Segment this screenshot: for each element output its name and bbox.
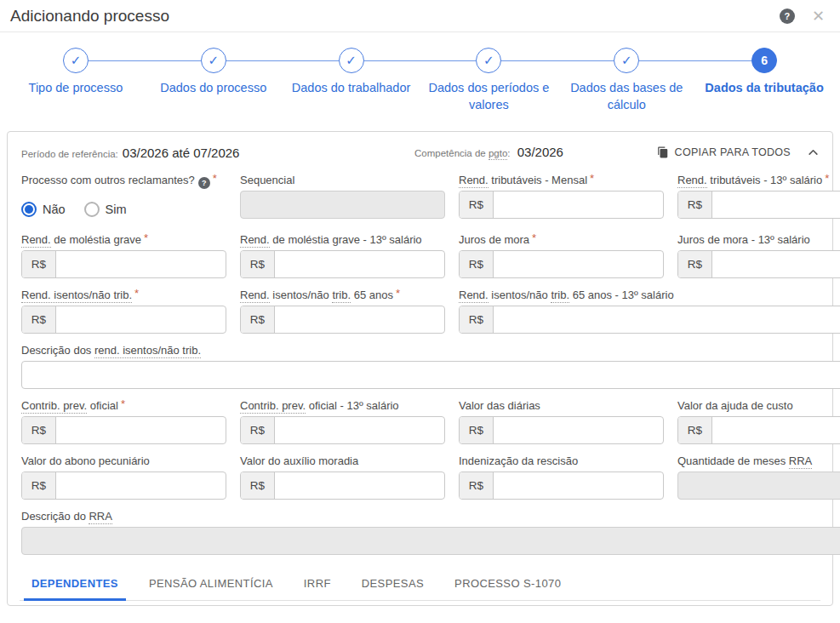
juros-de-mora-13-salario-input[interactable] — [712, 251, 840, 277]
juros-de-mora-input[interactable] — [494, 251, 663, 277]
currency-prefix: R$ — [22, 251, 56, 277]
tab-irrf[interactable]: IRRF — [302, 569, 333, 600]
rend-de-molestia-grave-input[interactable] — [56, 251, 226, 277]
help-icon[interactable]: ? — [780, 9, 795, 24]
indenizacao-da-rescisao-input-group: R$ — [459, 472, 664, 500]
valor-da-ajuda-de-custo-input-group: R$ — [677, 416, 840, 444]
page-title: Adicionando processo — [10, 7, 169, 26]
field-descricao-do-rra: Descrição do RRA — [21, 510, 840, 555]
step-dados-da-tributacao[interactable]: 6Dados da tributação — [695, 48, 833, 116]
currency-prefix: R$ — [22, 306, 56, 333]
header-actions: ? ✕ — [780, 9, 825, 24]
field-processo-com-outros-reclamantes: Processo com outros reclamantes??*NãoSim — [21, 174, 226, 223]
contrib-prev-oficial-13-salario-label: Contrib. prev. oficial - 13º salário — [240, 399, 445, 413]
step-connector — [226, 60, 283, 61]
rend-isentos-nao-trib-input[interactable] — [56, 306, 226, 333]
descricao-do-rra-label: Descrição do RRA — [21, 510, 840, 523]
copy-para-todos-button[interactable]: COPIAR PARA TODOS — [657, 146, 791, 158]
periodo-referencia-value: 03/2026 até 07/2026 — [123, 146, 240, 160]
step-dados-dos-periodos-e-valores[interactable]: ✓Dados dos períodos e valores — [420, 48, 557, 116]
sequencial-input — [241, 191, 444, 218]
tab-despesas[interactable]: DESPESAS — [360, 569, 426, 600]
form-grid: Processo com outros reclamantes??*NãoSim… — [20, 174, 820, 555]
field-rend-de-molestia-grave-13-salario: Rend. de moléstia grave - 13º salárioR$ — [240, 233, 445, 278]
step-number-badge: 6 — [751, 48, 777, 73]
valor-do-abono-pecuniario-label: Valor do abono pecuniário — [21, 454, 226, 468]
step-label: Tipo de processo — [29, 80, 123, 116]
currency-prefix: R$ — [460, 417, 494, 443]
quantidade-de-meses-rra-input-group — [677, 472, 840, 500]
step-connector — [639, 60, 695, 61]
step-connector — [145, 60, 201, 61]
rend-isentos-nao-trib-input-group: R$ — [21, 306, 226, 334]
rend-tributaveis-mensal-input-group: R$ — [459, 191, 664, 219]
field-rend-tributaveis-13-salario: Rend. tributáveis - 13º salário*R$ — [677, 174, 840, 223]
field-juros-de-mora-13-salario: Juros de mora - 13º salárioR$ — [677, 233, 840, 278]
quantidade-de-meses-rra-label: Quantidade de meses RRA — [677, 454, 840, 468]
contrib-prev-oficial-input[interactable] — [56, 417, 226, 443]
valor-do-auxilio-moradia-label: Valor do auxílio moradia — [240, 454, 445, 468]
step-connector — [557, 60, 614, 61]
tab-processo-s-1070[interactable]: PROCESSO S-1070 — [453, 569, 563, 600]
descricao-do-rra-input — [22, 528, 840, 554]
sequencial-input-group — [240, 191, 445, 219]
valor-das-diarias-input[interactable] — [494, 417, 663, 443]
rend-isentos-nao-trib-65-anos-13-salario-input[interactable] — [494, 306, 840, 333]
tab-bar: DEPENDENTESPENSÃO ALIMENTÍCIAIRRFDESPESA… — [20, 569, 820, 601]
step-dados-do-trabalhador[interactable]: ✓Dados do trabalhador — [283, 48, 420, 116]
tab-dependentes[interactable]: DEPENDENTES — [30, 569, 120, 600]
rend-de-molestia-grave-13-salario-input[interactable] — [275, 251, 444, 277]
step-connector — [89, 60, 145, 61]
currency-prefix: R$ — [22, 472, 56, 499]
panel-header: Período de referência: 03/2026 até 07/20… — [21, 145, 819, 160]
contrib-prev-oficial-13-salario-input[interactable] — [275, 417, 444, 443]
currency-prefix: R$ — [241, 251, 275, 277]
sequencial-label: Sequencial — [240, 174, 445, 187]
step-dados-das-bases-de-calculo[interactable]: ✓Dados das bases de cálculo — [557, 48, 695, 116]
copy-icon — [657, 146, 669, 158]
valor-do-abono-pecuniario-input[interactable] — [56, 472, 226, 499]
stepper: ✓Tipo de processo✓Dados do processo✓Dado… — [0, 32, 840, 121]
valor-das-diarias-input-group: R$ — [459, 416, 664, 444]
step-tipo-de-processo[interactable]: ✓Tipo de processo — [7, 48, 145, 116]
required-marker: * — [590, 172, 594, 185]
field-rend-isentos-nao-trib: Rend. isentos/não trib.*R$ — [21, 289, 226, 334]
required-marker: * — [134, 287, 139, 300]
valor-da-ajuda-de-custo-input[interactable] — [712, 417, 840, 443]
rend-isentos-nao-trib-65-anos-13-salario-input-group: R$ — [459, 306, 840, 334]
valor-do-auxilio-moradia-input[interactable] — [275, 472, 444, 499]
step-check-icon: ✓ — [339, 48, 364, 73]
valor-do-abono-pecuniario-input-group: R$ — [21, 472, 226, 500]
help-icon[interactable]: ? — [198, 177, 210, 189]
required-marker: * — [213, 172, 217, 185]
step-label: Dados do trabalhador — [292, 80, 410, 116]
field-rend-isentos-nao-trib-65-anos: Rend. isentos/não trib. 65 anos*R$ — [240, 289, 445, 334]
rend-de-molestia-grave-13-salario-input-group: R$ — [240, 250, 445, 278]
close-icon[interactable]: ✕ — [812, 9, 825, 24]
radio-sim[interactable]: Sim — [84, 202, 127, 217]
valor-das-diarias-label: Valor das diárias — [459, 399, 664, 413]
required-marker: * — [532, 231, 536, 244]
step-dados-do-processo[interactable]: ✓Dados do processo — [145, 48, 283, 116]
competencia-label-suffix: : — [507, 148, 512, 158]
field-rend-tributaveis-mensal: Rend. tributáveis - Mensal*R$ — [459, 174, 664, 223]
juros-de-mora-13-salario-label: Juros de mora - 13º salário — [677, 233, 840, 247]
indenizacao-da-rescisao-input[interactable] — [494, 472, 663, 499]
step-check-icon: ✓ — [476, 48, 501, 73]
rend-isentos-nao-trib-65-anos-input[interactable] — [275, 306, 444, 333]
descricao-dos-rend-isentos-nao-trib-input[interactable] — [22, 362, 840, 388]
radio-label: Não — [43, 203, 66, 216]
valor-da-ajuda-de-custo-label: Valor da ajuda de custo — [677, 399, 840, 413]
step-connector — [364, 60, 420, 61]
descricao-do-rra-input-group — [21, 527, 840, 555]
currency-prefix: R$ — [678, 251, 712, 277]
rend-tributaveis-mensal-input[interactable] — [494, 191, 663, 218]
field-descricao-dos-rend-isentos-nao-trib: Descrição dos rend. isentos/não trib. — [21, 344, 840, 389]
rend-de-molestia-grave-13-salario-label: Rend. de moléstia grave - 13º salário — [240, 233, 445, 247]
currency-prefix: R$ — [241, 306, 275, 333]
currency-prefix: R$ — [460, 306, 494, 333]
collapse-chevron-icon[interactable] — [808, 147, 819, 158]
tab-pensao-alimenticia[interactable]: PENSÃO ALIMENTÍCIA — [147, 569, 275, 600]
radio-nao[interactable]: Não — [21, 202, 66, 217]
rend-tributaveis-13-salario-input[interactable] — [712, 191, 840, 218]
